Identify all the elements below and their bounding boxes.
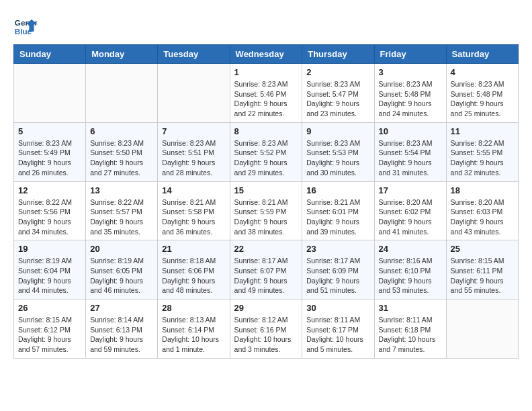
calendar-cell — [446, 300, 518, 359]
calendar-cell: 22Sunrise: 8:17 AM Sunset: 6:07 PM Dayli… — [230, 240, 302, 300]
day-number: 6 — [90, 126, 153, 136]
calendar-cell: 31Sunrise: 8:11 AM Sunset: 6:18 PM Dayli… — [374, 300, 446, 359]
day-info: Sunrise: 8:16 AM Sunset: 6:10 PM Dayligh… — [379, 256, 442, 295]
day-number: 2 — [306, 67, 369, 77]
day-info: Sunrise: 8:23 AM Sunset: 5:52 PM Dayligh… — [234, 138, 298, 178]
calendar-cell: 19Sunrise: 8:19 AM Sunset: 6:04 PM Dayli… — [14, 240, 86, 300]
day-info: Sunrise: 8:23 AM Sunset: 5:49 PM Dayligh… — [18, 138, 81, 178]
calendar-week-row: 19Sunrise: 8:19 AM Sunset: 6:04 PM Dayli… — [14, 240, 519, 300]
calendar-cell: 24Sunrise: 8:16 AM Sunset: 6:10 PM Dayli… — [374, 240, 446, 300]
day-info: Sunrise: 8:17 AM Sunset: 6:09 PM Dayligh… — [306, 256, 369, 295]
day-info: Sunrise: 8:12 AM Sunset: 6:16 PM Dayligh… — [234, 315, 298, 355]
calendar-week-row: 26Sunrise: 8:15 AM Sunset: 6:12 PM Dayli… — [14, 300, 519, 359]
day-number: 18 — [451, 185, 514, 195]
calendar-cell: 5Sunrise: 8:23 AM Sunset: 5:49 PM Daylig… — [14, 122, 86, 181]
day-number: 24 — [379, 244, 442, 254]
day-info: Sunrise: 8:20 AM Sunset: 6:02 PM Dayligh… — [379, 197, 442, 237]
day-info: Sunrise: 8:23 AM Sunset: 5:47 PM Dayligh… — [306, 79, 369, 119]
calendar-cell: 30Sunrise: 8:11 AM Sunset: 6:17 PM Dayli… — [302, 300, 374, 359]
day-number: 9 — [306, 126, 369, 136]
day-number: 10 — [379, 126, 442, 136]
day-info: Sunrise: 8:15 AM Sunset: 6:12 PM Dayligh… — [18, 315, 81, 355]
day-info: Sunrise: 8:17 AM Sunset: 6:07 PM Dayligh… — [234, 256, 298, 295]
calendar-cell: 2Sunrise: 8:23 AM Sunset: 5:47 PM Daylig… — [302, 64, 374, 123]
day-of-week-header: Friday — [374, 45, 446, 64]
day-info: Sunrise: 8:23 AM Sunset: 5:51 PM Dayligh… — [162, 138, 225, 178]
day-number: 3 — [379, 67, 442, 77]
day-of-week-header: Monday — [86, 45, 158, 64]
calendar-cell — [14, 64, 86, 123]
calendar-week-row: 5Sunrise: 8:23 AM Sunset: 5:49 PM Daylig… — [14, 122, 519, 181]
calendar-cell: 7Sunrise: 8:23 AM Sunset: 5:51 PM Daylig… — [158, 122, 230, 181]
day-number: 28 — [162, 303, 225, 313]
day-info: Sunrise: 8:22 AM Sunset: 5:55 PM Dayligh… — [451, 138, 514, 178]
day-of-week-header: Saturday — [446, 45, 518, 64]
day-of-week-header: Thursday — [302, 45, 374, 64]
calendar-cell: 4Sunrise: 8:23 AM Sunset: 5:48 PM Daylig… — [446, 64, 518, 123]
day-number: 21 — [162, 244, 225, 254]
calendar-cell: 18Sunrise: 8:20 AM Sunset: 6:03 PM Dayli… — [446, 181, 518, 240]
day-number: 5 — [18, 126, 81, 136]
calendar-cell: 26Sunrise: 8:15 AM Sunset: 6:12 PM Dayli… — [14, 300, 86, 359]
calendar-cell: 14Sunrise: 8:21 AM Sunset: 5:58 PM Dayli… — [158, 181, 230, 240]
day-of-week-header: Tuesday — [158, 45, 230, 64]
day-info: Sunrise: 8:14 AM Sunset: 6:13 PM Dayligh… — [90, 315, 153, 355]
calendar-cell — [86, 64, 158, 123]
calendar-cell: 17Sunrise: 8:20 AM Sunset: 6:02 PM Dayli… — [374, 181, 446, 240]
calendar-cell: 25Sunrise: 8:15 AM Sunset: 6:11 PM Dayli… — [446, 240, 518, 300]
calendar-cell — [158, 64, 230, 123]
day-number: 26 — [18, 303, 81, 313]
day-number: 29 — [234, 303, 298, 313]
day-info: Sunrise: 8:22 AM Sunset: 5:57 PM Dayligh… — [90, 197, 153, 237]
day-info: Sunrise: 8:15 AM Sunset: 6:11 PM Dayligh… — [451, 256, 514, 295]
day-number: 11 — [451, 126, 514, 136]
day-number: 4 — [451, 67, 514, 77]
calendar-header-row: SundayMondayTuesdayWednesdayThursdayFrid… — [14, 45, 519, 64]
day-number: 13 — [90, 185, 153, 195]
calendar-cell: 10Sunrise: 8:23 AM Sunset: 5:54 PM Dayli… — [374, 122, 446, 181]
day-number: 25 — [451, 244, 514, 254]
day-info: Sunrise: 8:11 AM Sunset: 6:18 PM Dayligh… — [379, 315, 442, 355]
day-info: Sunrise: 8:23 AM Sunset: 5:54 PM Dayligh… — [379, 138, 442, 178]
calendar-cell: 15Sunrise: 8:21 AM Sunset: 5:59 PM Dayli… — [230, 181, 302, 240]
page-header: General Blue — [13, 13, 519, 38]
day-info: Sunrise: 8:23 AM Sunset: 5:48 PM Dayligh… — [379, 79, 442, 119]
day-info: Sunrise: 8:23 AM Sunset: 5:53 PM Dayligh… — [306, 138, 369, 178]
day-info: Sunrise: 8:19 AM Sunset: 6:05 PM Dayligh… — [90, 256, 153, 295]
logo-icon: General Blue — [13, 13, 38, 38]
day-info: Sunrise: 8:20 AM Sunset: 6:03 PM Dayligh… — [451, 197, 514, 237]
day-info: Sunrise: 8:23 AM Sunset: 5:50 PM Dayligh… — [90, 138, 153, 178]
calendar-cell: 12Sunrise: 8:22 AM Sunset: 5:56 PM Dayli… — [14, 181, 86, 240]
day-info: Sunrise: 8:19 AM Sunset: 6:04 PM Dayligh… — [18, 256, 81, 295]
day-number: 22 — [234, 244, 298, 254]
day-info: Sunrise: 8:18 AM Sunset: 6:06 PM Dayligh… — [162, 256, 225, 295]
day-of-week-header: Sunday — [14, 45, 86, 64]
day-number: 20 — [90, 244, 153, 254]
calendar-cell: 28Sunrise: 8:13 AM Sunset: 6:14 PM Dayli… — [158, 300, 230, 359]
day-number: 14 — [162, 185, 225, 195]
day-number: 27 — [90, 303, 153, 313]
day-number: 23 — [306, 244, 369, 254]
calendar-week-row: 12Sunrise: 8:22 AM Sunset: 5:56 PM Dayli… — [14, 181, 519, 240]
day-number: 31 — [379, 303, 442, 313]
calendar-cell: 29Sunrise: 8:12 AM Sunset: 6:16 PM Dayli… — [230, 300, 302, 359]
day-info: Sunrise: 8:21 AM Sunset: 6:01 PM Dayligh… — [306, 197, 369, 237]
calendar-cell: 9Sunrise: 8:23 AM Sunset: 5:53 PM Daylig… — [302, 122, 374, 181]
day-of-week-header: Wednesday — [230, 45, 302, 64]
calendar-cell: 6Sunrise: 8:23 AM Sunset: 5:50 PM Daylig… — [86, 122, 158, 181]
calendar-cell: 20Sunrise: 8:19 AM Sunset: 6:05 PM Dayli… — [86, 240, 158, 300]
calendar-cell: 27Sunrise: 8:14 AM Sunset: 6:13 PM Dayli… — [86, 300, 158, 359]
day-info: Sunrise: 8:13 AM Sunset: 6:14 PM Dayligh… — [162, 315, 225, 355]
day-number: 1 — [234, 67, 298, 77]
day-info: Sunrise: 8:11 AM Sunset: 6:17 PM Dayligh… — [306, 315, 369, 355]
day-number: 16 — [306, 185, 369, 195]
day-number: 8 — [234, 126, 298, 136]
calendar-cell: 13Sunrise: 8:22 AM Sunset: 5:57 PM Dayli… — [86, 181, 158, 240]
calendar-cell: 21Sunrise: 8:18 AM Sunset: 6:06 PM Dayli… — [158, 240, 230, 300]
day-info: Sunrise: 8:23 AM Sunset: 5:46 PM Dayligh… — [234, 79, 298, 119]
day-number: 30 — [306, 303, 369, 313]
logo: General Blue — [13, 13, 38, 38]
day-info: Sunrise: 8:21 AM Sunset: 5:59 PM Dayligh… — [234, 197, 298, 237]
day-info: Sunrise: 8:23 AM Sunset: 5:48 PM Dayligh… — [451, 79, 514, 119]
day-number: 12 — [18, 185, 81, 195]
